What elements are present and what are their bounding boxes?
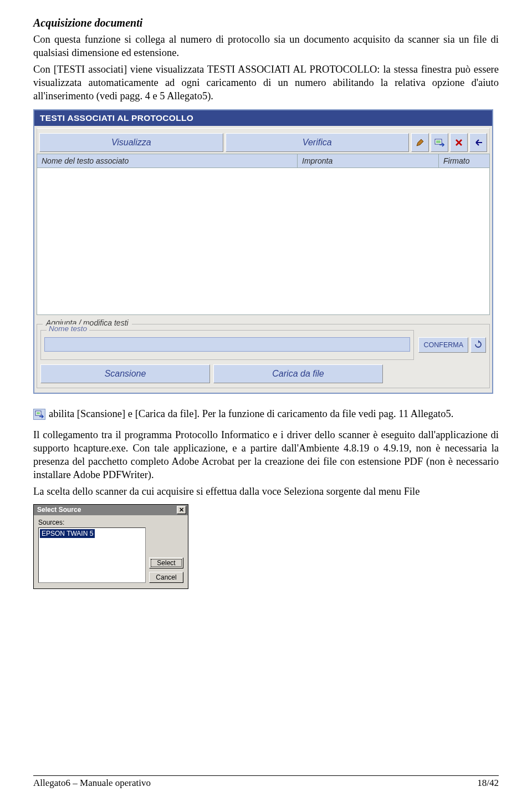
- table-header: Nome del testo associato Impronta Firmat…: [37, 154, 490, 168]
- body-paragraph-4: La scelta dello scanner da cui acquisire…: [33, 485, 499, 498]
- panel-title: TESTI ASSOCIATI AL PROTOCOLLO: [34, 110, 492, 126]
- panel-toolbar: Visualizza Verifica: [37, 128, 490, 154]
- svg-rect-1: [436, 140, 441, 143]
- cancel-button[interactable]: Cancel: [149, 572, 183, 583]
- sources-label: Sources:: [38, 519, 146, 526]
- col-impronta: Impronta: [298, 154, 439, 167]
- nome-testo-group: Nome testo: [40, 330, 414, 360]
- svg-rect-3: [37, 412, 40, 414]
- sources-listbox[interactable]: EPSON TWAIN 5: [38, 527, 146, 583]
- dialog-close-button[interactable]: ✕: [177, 506, 186, 514]
- acquire-hint-line: abilita [Scansione] e [Carica da file]. …: [33, 407, 499, 420]
- page-footer: Allegato6 – Manuale operativo 18/42: [33, 775, 499, 789]
- testi-associati-panel: TESTI ASSOCIATI AL PROTOCOLLO Visualizza…: [33, 109, 493, 394]
- verifica-button[interactable]: Verifica: [226, 133, 410, 152]
- footer-right: 18/42: [477, 778, 499, 789]
- spacer: [386, 364, 486, 383]
- aggiunta-modifica-fieldset: Aggiunta / modifica testi Nome testo CON…: [37, 324, 490, 388]
- pencil-icon: [416, 138, 424, 147]
- dialog-title: Select Source: [37, 506, 81, 514]
- col-nome: Nome del testo associato: [37, 154, 298, 167]
- refresh-button[interactable]: [470, 337, 486, 353]
- nome-testo-input[interactable]: [44, 337, 410, 352]
- delete-icon: [455, 139, 463, 146]
- back-arrow-icon: [474, 139, 483, 146]
- close-icon: ✕: [179, 506, 184, 514]
- col-firmato: Firmato: [439, 154, 489, 167]
- refresh-icon: [474, 340, 483, 351]
- footer-left: Allegato6 – Manuale operativo: [33, 778, 151, 789]
- nome-testo-legend: Nome testo: [47, 324, 89, 333]
- section-heading: Acquisizione documenti: [33, 17, 499, 29]
- visualizza-button[interactable]: Visualizza: [39, 133, 223, 152]
- table-body-empty: [37, 168, 490, 315]
- back-icon-button[interactable]: [469, 133, 487, 152]
- delete-icon-button[interactable]: [450, 133, 468, 152]
- carica-da-file-button[interactable]: Carica da file: [213, 364, 383, 383]
- acquire-icon: [434, 138, 444, 147]
- scansione-button[interactable]: Scansione: [40, 364, 210, 383]
- intro-paragraph-1: Con questa funzione si collega al numero…: [33, 33, 499, 59]
- acquire-icon-button[interactable]: [431, 133, 448, 152]
- acquire-hint-text: abilita [Scansione] e [Carica da file]. …: [49, 407, 453, 420]
- source-item-selected[interactable]: EPSON TWAIN 5: [40, 529, 95, 538]
- select-button[interactable]: Select: [149, 557, 183, 568]
- conferma-button[interactable]: CONFERMA: [418, 337, 468, 353]
- edit-icon-button[interactable]: [411, 133, 429, 152]
- body-paragraph-3: Il collegamento tra il programma Protoco…: [33, 428, 499, 481]
- acquire-mini-icon: [33, 409, 45, 420]
- intro-paragraph-2: Con [TESTI associati] viene visualizzata…: [33, 63, 499, 103]
- select-source-dialog: Select Source ✕ Sources: EPSON TWAIN 5 S…: [33, 504, 188, 589]
